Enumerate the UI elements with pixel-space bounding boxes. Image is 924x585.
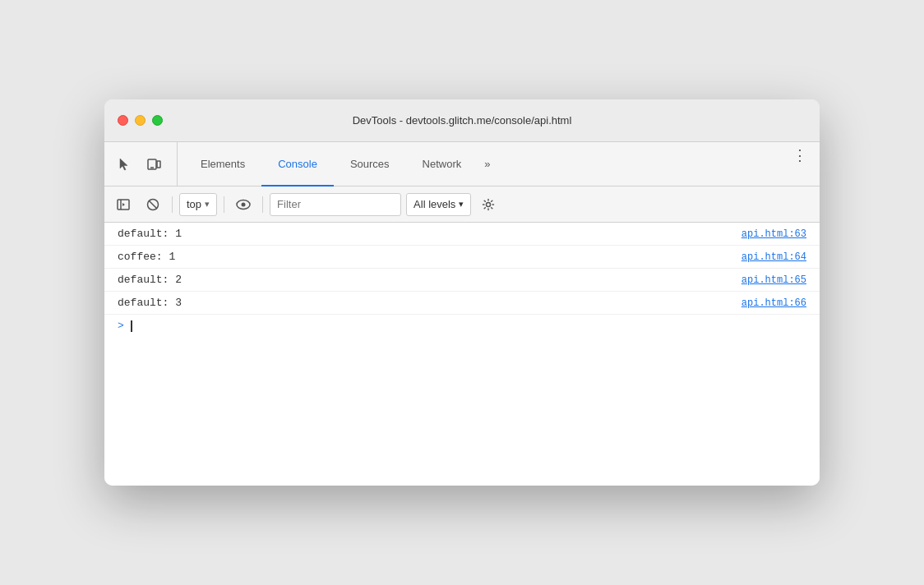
console-output: default: 1 api.html:63 coffee: 1 api.htm… bbox=[104, 223, 820, 486]
devtools-menu-button[interactable]: ⋮ bbox=[787, 142, 813, 168]
clear-button[interactable] bbox=[141, 192, 165, 217]
separator-3 bbox=[262, 196, 263, 213]
levels-arrow: ▾ bbox=[459, 199, 464, 210]
console-cursor bbox=[131, 320, 132, 332]
traffic-lights bbox=[118, 115, 163, 126]
clear-icon bbox=[146, 198, 159, 211]
entry-text-2: default: 2 bbox=[118, 274, 742, 286]
console-toolbar: top ▾ All levels ▾ bbox=[104, 187, 820, 223]
maximize-button[interactable] bbox=[152, 115, 163, 126]
device-icon-button[interactable] bbox=[141, 151, 167, 177]
entry-link-1[interactable]: api.html:64 bbox=[742, 251, 806, 263]
svg-line-7 bbox=[149, 200, 157, 209]
minimize-button[interactable] bbox=[135, 115, 146, 126]
log-levels-button[interactable]: All levels ▾ bbox=[406, 193, 471, 216]
tab-elements[interactable]: Elements bbox=[184, 143, 261, 187]
cursor-icon-button[interactable] bbox=[111, 151, 137, 177]
eye-icon bbox=[236, 199, 251, 210]
entry-text-3: default: 3 bbox=[118, 297, 742, 309]
device-icon bbox=[146, 157, 161, 172]
svg-point-9 bbox=[242, 202, 246, 206]
sidebar-icon bbox=[117, 198, 130, 211]
live-expressions-button[interactable] bbox=[231, 192, 256, 217]
tab-console[interactable]: Console bbox=[261, 143, 334, 187]
cursor-icon bbox=[117, 157, 132, 172]
console-prompt-icon: > bbox=[118, 320, 124, 332]
console-input-row[interactable]: > bbox=[104, 315, 820, 337]
console-entry-0: default: 1 api.html:63 bbox=[104, 223, 820, 246]
title-bar: DevTools - devtools.glitch.me/console/ap… bbox=[104, 99, 820, 142]
tabs-toolbar: Elements Console Sources Network » ⋮ bbox=[104, 142, 820, 187]
console-entry-2: default: 2 api.html:65 bbox=[104, 269, 820, 292]
entry-text-0: default: 1 bbox=[118, 228, 742, 240]
tab-network[interactable]: Network bbox=[406, 143, 478, 187]
console-entry-1: coffee: 1 api.html:64 bbox=[104, 246, 820, 269]
window-title: DevTools - devtools.glitch.me/console/ap… bbox=[353, 114, 572, 127]
separator-1 bbox=[172, 196, 173, 213]
entry-link-3[interactable]: api.html:66 bbox=[742, 297, 806, 309]
svg-point-10 bbox=[487, 202, 491, 206]
close-button[interactable] bbox=[118, 115, 128, 126]
devtools-window: DevTools - devtools.glitch.me/console/ap… bbox=[104, 99, 820, 486]
tabs-list: Elements Console Sources Network » bbox=[184, 142, 787, 186]
settings-button[interactable] bbox=[476, 192, 501, 217]
separator-2 bbox=[224, 196, 224, 213]
sidebar-toggle-button[interactable] bbox=[111, 192, 136, 217]
context-arrow: ▾ bbox=[205, 199, 210, 210]
toolbar-icons bbox=[111, 142, 178, 186]
context-selector[interactable]: top ▾ bbox=[179, 193, 217, 216]
entry-text-1: coffee: 1 bbox=[118, 251, 742, 263]
svg-rect-1 bbox=[157, 161, 160, 168]
entry-link-2[interactable]: api.html:65 bbox=[742, 274, 806, 286]
console-entry-3: default: 3 api.html:66 bbox=[104, 292, 820, 315]
svg-marker-5 bbox=[122, 203, 125, 206]
more-tabs-button[interactable]: » bbox=[478, 142, 497, 186]
filter-input[interactable] bbox=[270, 193, 401, 216]
entry-link-0[interactable]: api.html:63 bbox=[742, 228, 806, 240]
tab-sources[interactable]: Sources bbox=[334, 143, 406, 187]
gear-icon bbox=[482, 198, 495, 211]
